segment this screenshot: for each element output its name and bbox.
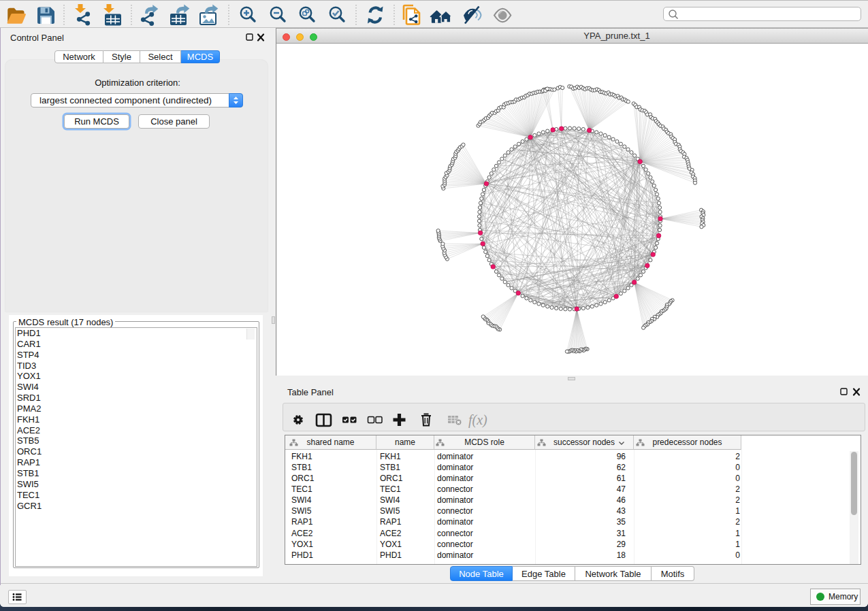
svg-text:f(x): f(x) (468, 412, 487, 428)
